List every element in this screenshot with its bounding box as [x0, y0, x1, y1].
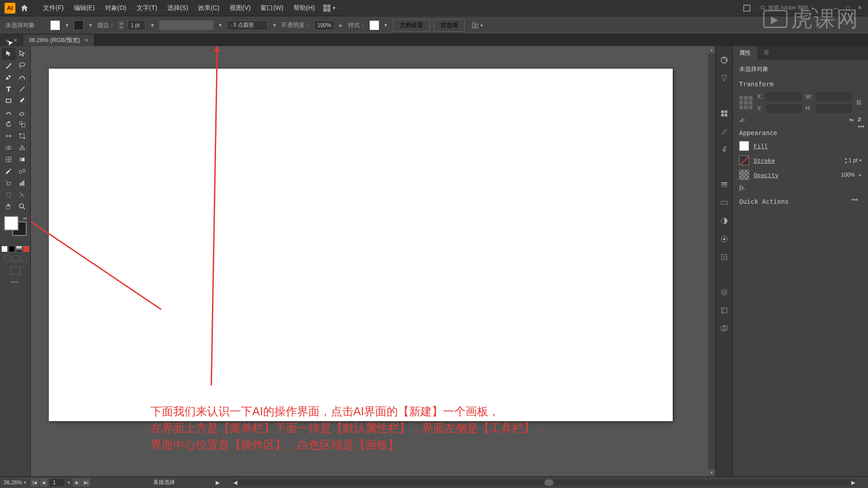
constrain-proportions-icon[interactable]: ⛓ [856, 99, 862, 106]
workspace-switcher[interactable]: ▼ [320, 5, 340, 12]
first-artboard-icon[interactable]: |◀ [31, 479, 39, 487]
scroll-down-icon[interactable]: ▾ [708, 469, 715, 476]
line-tool[interactable] [15, 83, 29, 95]
tab-libraries[interactable]: 库 [757, 46, 776, 60]
menu-help[interactable]: 帮助(H) [288, 0, 320, 16]
edit-toolbar-icon[interactable]: ••• [11, 279, 19, 285]
menu-select[interactable]: 选择(S) [162, 0, 193, 16]
mesh-tool[interactable] [2, 154, 15, 165]
color-panel-icon[interactable] [719, 55, 729, 65]
rotate-tool[interactable] [2, 118, 15, 130]
free-transform-tool[interactable] [15, 130, 29, 142]
slice-tool[interactable] [15, 189, 29, 201]
variable-width-profile[interactable] [159, 20, 213, 30]
stroke-weight-input[interactable]: 1 pt [127, 20, 146, 30]
artboard-number-input[interactable]: 1 [49, 478, 66, 487]
gradient-tool[interactable] [15, 154, 29, 165]
fx-icon[interactable]: fx. [739, 184, 745, 192]
curvature-tool[interactable] [15, 71, 29, 83]
x-input[interactable] [766, 92, 802, 101]
vertical-scrollbar[interactable]: ▴ ▾ [708, 46, 715, 476]
flip-horizontal-icon[interactable]: ⇋ [849, 117, 854, 123]
transparency-panel-icon[interactable] [719, 216, 729, 226]
var-width-dropdown-icon[interactable]: ▾ [217, 22, 223, 28]
graphic-style-swatch[interactable] [369, 20, 379, 30]
scroll-up-icon[interactable]: ▴ [708, 46, 715, 53]
paintbrush-tool[interactable] [15, 95, 29, 107]
fill-dropdown-icon[interactable]: ▾ [64, 22, 70, 28]
stroke-panel-icon[interactable] [719, 180, 729, 190]
rectangle-tool[interactable] [2, 95, 15, 107]
h-input[interactable] [816, 104, 852, 113]
stroke-dropdown-icon[interactable]: ▾ [87, 22, 94, 28]
libraries-panel-icon[interactable] [719, 305, 729, 315]
home-icon[interactable] [20, 4, 29, 13]
stroke-weight-dropdown-icon[interactable]: ▾ [149, 22, 156, 28]
zoom-tool[interactable] [15, 201, 29, 212]
appearance-stroke-value[interactable]: 1 pt [849, 157, 858, 164]
appearance-fill-swatch[interactable] [739, 141, 749, 151]
menu-window[interactable]: 窗口(W) [255, 0, 288, 16]
shape-builder-tool[interactable] [2, 142, 15, 154]
prev-artboard-icon[interactable]: ◀ [40, 479, 48, 487]
gradient-panel-icon[interactable] [719, 198, 729, 208]
pen-tool[interactable] [2, 71, 15, 83]
selection-tool[interactable] [2, 48, 15, 60]
type-tool[interactable] [2, 83, 15, 95]
flip-vertical-icon[interactable]: ⇵ [857, 117, 862, 123]
maximize-icon[interactable]: ▢ [844, 4, 852, 12]
close-icon[interactable]: ✕ [855, 4, 863, 12]
menu-view[interactable]: 视图(V) [225, 0, 256, 16]
status-play-icon[interactable]: ▶ [216, 479, 220, 486]
stroke-swatch[interactable] [74, 20, 84, 30]
opacity-arrow-icon[interactable]: ▸ [338, 22, 344, 28]
appearance-panel-icon[interactable] [719, 234, 729, 244]
layers-panel-icon[interactable] [719, 287, 729, 297]
eraser-tool[interactable] [15, 107, 29, 118]
color-guide-panel-icon[interactable] [719, 73, 729, 83]
fill-color[interactable] [4, 216, 19, 230]
tab-close-icon[interactable]: × [85, 37, 88, 44]
w-input[interactable] [816, 92, 852, 101]
menu-type[interactable]: 文字(T) [132, 0, 162, 16]
document-setup-button[interactable]: 文档设置 [393, 19, 430, 32]
menu-file[interactable]: 文件(F) [38, 0, 69, 16]
perspective-grid-tool[interactable] [15, 142, 29, 154]
menu-edit[interactable]: 编辑(E) [69, 0, 100, 16]
direct-selection-tool[interactable] [15, 48, 29, 60]
shaper-tool[interactable] [2, 107, 15, 118]
arrange-documents-icon[interactable] [742, 3, 752, 13]
scale-tool[interactable] [15, 118, 29, 130]
symbols-panel-icon[interactable] [719, 145, 729, 155]
blend-tool[interactable] [15, 165, 29, 177]
brush-dropdown-icon[interactable]: ▾ [271, 22, 278, 28]
tab-close-icon[interactable]: × [14, 37, 17, 44]
magic-wand-tool[interactable] [2, 60, 15, 71]
brush-definition[interactable]: · 3 点圆形 [227, 20, 268, 30]
zoom-level-dropdown[interactable]: 36.26%▾ [4, 479, 26, 486]
swap-colors-icon[interactable]: ⇄ [23, 216, 27, 221]
swatches-panel-icon[interactable] [719, 108, 729, 118]
align-icon[interactable]: ▾ [471, 21, 483, 29]
eyedropper-tool[interactable] [2, 165, 15, 177]
stroke-stepper[interactable]: ▴▾ [118, 21, 124, 29]
appearance-more-icon[interactable]: ••• [851, 196, 858, 203]
canvas-area[interactable]: 下面我们来认识一下AI的操作界面，点击AI界面的【新建】一个画板， 在界面上方是… [31, 46, 715, 476]
last-artboard-icon[interactable]: ▶| [82, 479, 90, 487]
opacity-input[interactable]: 100% [314, 20, 335, 30]
drawing-modes[interactable] [4, 255, 27, 262]
artboards-panel-icon[interactable] [719, 324, 729, 333]
appearance-opacity-value[interactable]: 100% [841, 172, 855, 178]
menu-effect[interactable]: 效果(C) [193, 0, 224, 16]
search-adobe-help[interactable]: 搜索 Adobe 帮助 ▸ [756, 4, 818, 12]
brushes-panel-icon[interactable] [719, 127, 729, 136]
artboard-tool[interactable] [2, 189, 15, 201]
symbol-sprayer-tool[interactable] [2, 177, 15, 189]
horizontal-scrollbar[interactable]: ◀▶ [233, 479, 855, 486]
reference-point-selector[interactable] [739, 96, 753, 109]
next-artboard-icon[interactable]: ▶ [73, 479, 81, 487]
fill-stroke-colors[interactable]: ⇄ [4, 216, 27, 236]
asset-export-panel-icon[interactable] [719, 252, 729, 262]
lasso-tool[interactable] [15, 60, 29, 71]
appearance-stroke-swatch[interactable] [739, 155, 749, 165]
